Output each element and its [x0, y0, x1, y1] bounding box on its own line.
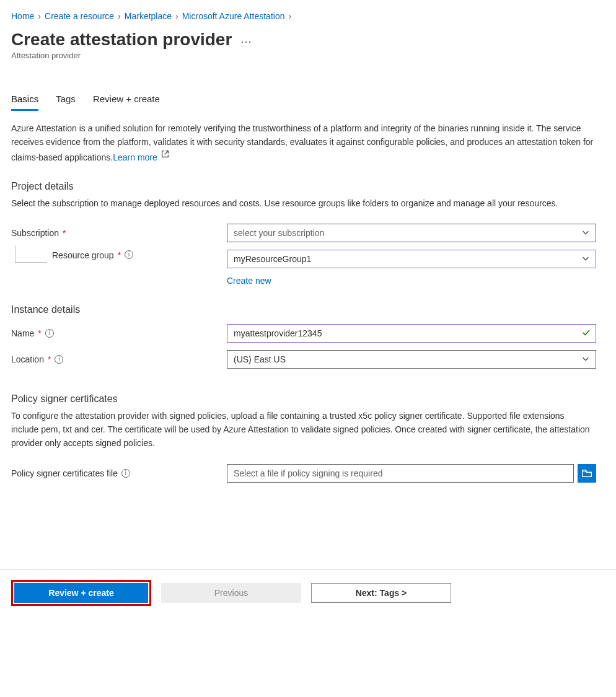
chevron-right-icon: › — [175, 11, 178, 21]
policy-file-input[interactable]: Select a file if policy signing is requi… — [227, 464, 574, 483]
footer: Review + create Previous Next: Tags > — [0, 569, 616, 617]
chevron-right-icon: › — [38, 11, 41, 21]
chevron-right-icon: › — [288, 11, 291, 21]
section-title-instance: Instance details — [11, 304, 605, 315]
review-create-button[interactable]: Review + create — [14, 583, 148, 603]
section-title-policy: Policy signer certificates — [11, 393, 605, 405]
section-title-project: Project details — [11, 181, 605, 192]
resource-group-label: Resource group — [52, 250, 114, 260]
tab-tags[interactable]: Tags — [56, 91, 76, 111]
previous-button: Previous — [161, 583, 301, 603]
section-desc-policy: To configure the attestation provider wi… — [11, 410, 594, 450]
tab-basics[interactable]: Basics — [11, 91, 38, 111]
location-select[interactable]: (US) East US — [227, 350, 596, 369]
tree-line-icon — [15, 245, 47, 263]
external-link-icon — [161, 149, 169, 162]
create-new-rg-link[interactable]: Create new — [227, 276, 271, 286]
page-title: Create attestation provider — [11, 30, 232, 50]
highlight-box: Review + create — [11, 580, 151, 606]
info-icon[interactable]: i — [45, 329, 54, 338]
chevron-right-icon: › — [118, 11, 121, 21]
breadcrumb-link-create-resource[interactable]: Create a resource — [45, 11, 114, 21]
breadcrumb-link-marketplace[interactable]: Marketplace — [125, 11, 172, 21]
next-tags-button[interactable]: Next: Tags > — [311, 583, 451, 603]
folder-icon — [581, 468, 592, 479]
policy-file-label: Policy signer certificates file — [11, 468, 118, 478]
required-icon: * — [48, 354, 51, 364]
tab-review-create[interactable]: Review + create — [93, 91, 160, 111]
name-label: Name — [11, 328, 34, 338]
location-label: Location — [11, 354, 44, 364]
breadcrumb-link-azure-attestation[interactable]: Microsoft Azure Attestation — [182, 11, 285, 21]
required-icon: * — [63, 228, 66, 238]
page-subtitle: Attestation provider — [11, 51, 605, 60]
tabs: Basics Tags Review + create — [11, 91, 605, 111]
learn-more-link[interactable]: Learn more — [113, 152, 157, 162]
intro-text: Azure Attestation is a unified solution … — [11, 122, 594, 165]
browse-file-button[interactable] — [578, 464, 596, 483]
required-icon: * — [118, 250, 121, 260]
section-desc-project: Select the subscription to manage deploy… — [11, 197, 594, 211]
resource-group-select[interactable]: myResourceGroup1 — [227, 250, 596, 268]
name-input[interactable]: myattestprovider12345 — [227, 324, 596, 343]
breadcrumb-link-home[interactable]: Home — [11, 11, 34, 21]
info-icon[interactable]: i — [125, 250, 133, 259]
info-icon[interactable]: i — [55, 355, 63, 364]
subscription-select[interactable]: select your subscription — [227, 224, 596, 242]
check-icon — [581, 328, 591, 340]
subscription-label: Subscription — [11, 228, 59, 238]
info-icon[interactable]: i — [121, 469, 130, 478]
more-actions-icon[interactable]: ⋯ — [240, 35, 252, 48]
breadcrumb: Home › Create a resource › Marketplace ›… — [11, 11, 605, 21]
required-icon: * — [38, 328, 41, 338]
